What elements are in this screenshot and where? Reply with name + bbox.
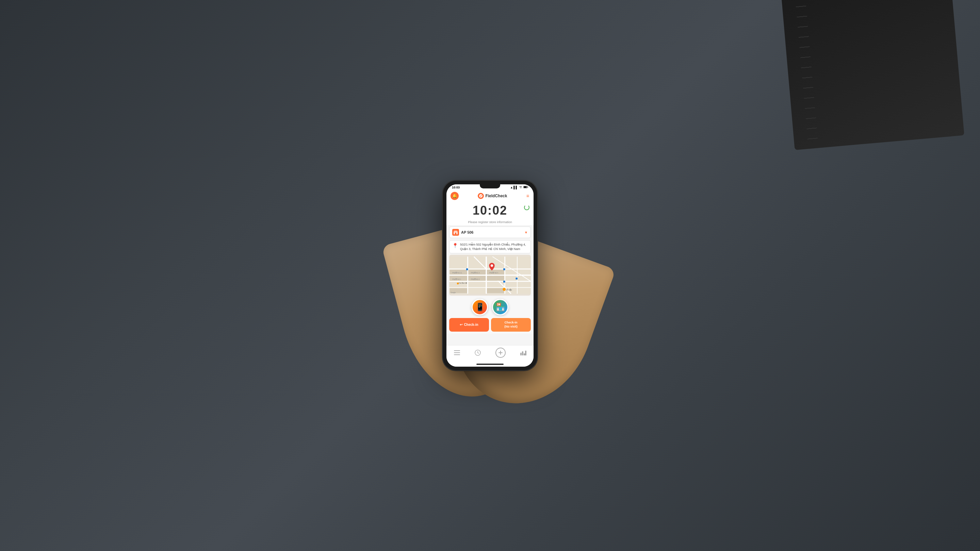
checkin-novisit-button[interactable]: Check-in (No visit) [491, 318, 531, 331]
signal-icon: ▌▌ [514, 186, 518, 189]
svg-text:Cho Bàn Cờ: Cho Bàn Cờ [458, 283, 467, 284]
address-box: 📍 502/1 Hẻm 502 Nguyễn Đình Chiểu, Phườn… [449, 240, 531, 253]
avatar-2: 🏪 [492, 299, 508, 315]
nav-time-item[interactable] [475, 349, 481, 356]
nav-list-item[interactable] [454, 350, 460, 355]
store-selector[interactable]: AP 506 ▼ [449, 227, 531, 238]
address-pin-icon: 📍 [452, 243, 458, 248]
logo-icon [478, 193, 484, 199]
address-text: 502/1 Hẻm 502 Nguyễn Đình Chiểu, Phường … [460, 243, 528, 251]
checkin-button[interactable]: ↩ Check-in [449, 318, 489, 331]
buttons-row: ↩ Check-in Check-in (No visit) [447, 317, 533, 333]
clock-section: 10:02 [447, 202, 533, 220]
avatar-1: 📱 [472, 299, 488, 315]
phone-wrapper: 10:03 ▴ ▌▌ [442, 180, 538, 371]
nav-add-circle [495, 348, 506, 358]
svg-rect-50 [522, 351, 523, 356]
avatar-row: 📱 🏪 [447, 296, 533, 317]
checkin-novisit-label-line1: Check-in [492, 321, 530, 325]
nav-add-item[interactable] [495, 348, 506, 358]
bottom-navigation [447, 345, 533, 361]
register-prompt: Please register store information [447, 220, 533, 225]
svg-rect-51 [524, 353, 525, 356]
svg-rect-42 [454, 353, 460, 353]
home-indicator [476, 364, 504, 365]
notification-bell[interactable]: 🔔 [450, 192, 459, 200]
status-time: 10:03 [452, 186, 460, 189]
svg-rect-24 [487, 288, 504, 293]
svg-rect-30 [466, 268, 468, 270]
notebook-decoration [780, 0, 964, 150]
svg-point-39 [491, 264, 493, 267]
checkin-icon: ↩ [460, 323, 463, 327]
nav-chart-item[interactable] [520, 350, 527, 356]
phone-frame: 10:03 ▴ ▌▌ [442, 180, 538, 371]
svg-rect-43 [454, 354, 460, 355]
phone-notch [480, 184, 500, 189]
location-icon: ▴ [511, 186, 512, 189]
svg-text:PHƯỜNG 11: PHƯỜNG 11 [452, 272, 462, 274]
svg-rect-5 [455, 233, 456, 234]
svg-rect-1 [528, 187, 528, 188]
svg-line-46 [478, 353, 479, 353]
svg-text:Google: Google [451, 292, 456, 294]
svg-rect-49 [520, 353, 522, 356]
svg-text:PHƯỜNG 2: PHƯỜNG 2 [471, 278, 480, 280]
store-dropdown-arrow: ▼ [524, 230, 528, 234]
svg-rect-2 [524, 186, 527, 188]
bell-icon: 🔔 [452, 194, 457, 198]
svg-rect-20 [487, 276, 504, 281]
svg-rect-32 [503, 281, 505, 283]
scene-container: 10:03 ▴ ▌▌ [442, 180, 538, 371]
checkin-label: Check-in [464, 323, 478, 327]
svg-text:PHƯỜNG 1: PHƯỜNG 1 [452, 278, 461, 280]
logo-text: FieldCheck [485, 194, 507, 198]
svg-rect-33 [515, 278, 517, 279]
app-logo: FieldCheck [478, 193, 507, 199]
checkin-novisit-label-line2: (No visit) [492, 325, 530, 329]
svg-point-36 [503, 288, 506, 291]
svg-text:PHƯỜNG 3: PHƯỜNG 3 [471, 272, 480, 274]
sync-indicator [524, 205, 530, 210]
svg-rect-41 [454, 350, 460, 351]
wifi-icon [519, 186, 522, 189]
svg-rect-31 [503, 268, 505, 270]
map-area[interactable]: PHƯỜNG 11 PHƯỜNG 3 PHƯỜNG 5 PHƯỜNG 2 PHƯ… [449, 255, 531, 295]
clock-display: 10:02 [447, 203, 533, 218]
svg-point-35 [457, 283, 459, 284]
status-icons: ▴ ▌▌ [511, 186, 528, 189]
map-svg: PHƯỜNG 11 PHƯỜNG 3 PHƯỜNG 5 PHƯỜNG 2 PHƯ… [449, 255, 531, 295]
phone-screen: 10:03 ▴ ▌▌ [447, 184, 533, 367]
home-indicator-wrapper [447, 361, 533, 367]
app-header: 🔔 FieldCheck ≡ [447, 190, 533, 202]
store-name: AP 506 [461, 230, 522, 234]
svg-rect-52 [525, 351, 527, 356]
store-icon [452, 229, 459, 236]
battery-icon [523, 186, 528, 189]
menu-button[interactable]: ≡ [527, 193, 530, 198]
svg-text:PHƯỜNG 5: PHƯỜNG 5 [489, 272, 498, 274]
